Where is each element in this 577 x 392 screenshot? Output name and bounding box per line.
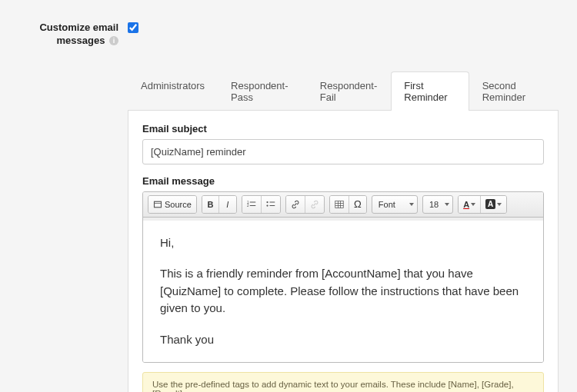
svg-rect-10 (335, 201, 344, 208)
customize-checkbox[interactable] (128, 22, 138, 33)
tabs: Administrators Respondent-Pass Responden… (128, 71, 559, 111)
hint-box: Use the pre-defined tags to add dynamic … (142, 372, 544, 392)
chevron-down-icon (445, 203, 449, 206)
tab-administrators[interactable]: Administrators (128, 71, 218, 111)
subject-input[interactable] (142, 139, 544, 164)
source-icon (153, 200, 162, 209)
message-p1: Hi, (160, 234, 526, 252)
message-label: Email message (142, 175, 544, 187)
rich-editor: Source B I 12 (142, 191, 544, 364)
message-p3: Thank you (160, 331, 526, 349)
source-button[interactable]: Source (148, 196, 196, 213)
hint-more-link[interactable]: more » (185, 389, 214, 392)
fontsize-select[interactable]: 18 (422, 195, 453, 214)
bullet-list-icon (266, 200, 275, 209)
chevron-down-icon (497, 203, 502, 206)
info-icon[interactable]: i (109, 36, 118, 45)
editor-toolbar: Source B I 12 (143, 192, 543, 218)
subject-label: Email subject (142, 123, 544, 135)
specialchar-button[interactable]: Ω (349, 196, 366, 213)
svg-text:2: 2 (247, 204, 249, 208)
link-icon (291, 200, 300, 209)
numbered-list-button[interactable]: 12 (242, 196, 262, 213)
font-select[interactable]: Font (372, 195, 418, 214)
table-icon (335, 200, 344, 209)
chevron-down-icon (409, 203, 414, 206)
tab-respondent-fail[interactable]: Respondent-Fail (307, 71, 391, 111)
chevron-down-icon (471, 203, 475, 206)
svg-point-6 (266, 201, 268, 203)
tab-first-reminder[interactable]: First Reminder (391, 71, 469, 111)
svg-rect-0 (155, 201, 162, 208)
link-button[interactable] (286, 196, 305, 213)
unlink-button[interactable] (305, 196, 324, 213)
message-p2: This is a friendly reminder from [Accoun… (160, 265, 526, 317)
bgcolor-button[interactable]: A (481, 196, 506, 213)
textcolor-button[interactable]: A (459, 196, 481, 213)
tab-respondent-pass[interactable]: Respondent-Pass (218, 71, 307, 111)
customize-label: Customize email messages i (18, 22, 118, 48)
tab-panel: Email subject Email message Source (128, 111, 559, 392)
svg-point-8 (266, 204, 268, 206)
numbered-list-icon: 12 (247, 200, 256, 209)
bullet-list-button[interactable] (262, 196, 280, 213)
table-button[interactable] (330, 196, 349, 213)
editor-body[interactable]: Hi, This is a friendly reminder from [Ac… (143, 218, 543, 363)
italic-button[interactable]: I (219, 196, 236, 213)
unlink-icon (310, 200, 319, 209)
tab-second-reminder[interactable]: Second Reminder (469, 71, 559, 111)
bold-button[interactable]: B (202, 196, 219, 213)
